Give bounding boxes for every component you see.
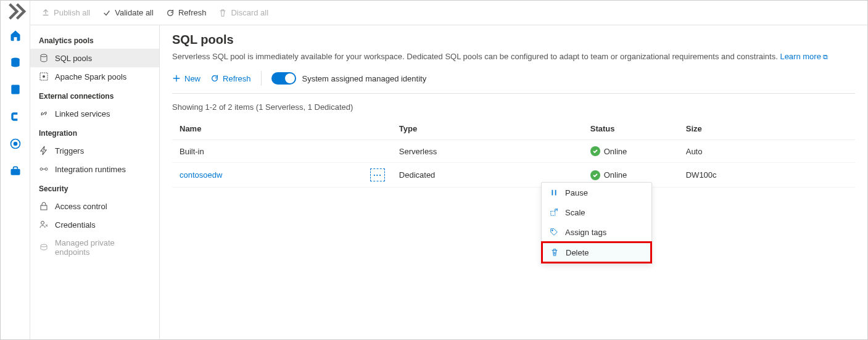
toolbar-refresh-label: Refresh (178, 8, 207, 17)
discard-all-button[interactable]: Discard all (212, 6, 275, 20)
sidebar-group-header: Security (30, 178, 159, 197)
svg-point-7 (43, 75, 45, 78)
pause-icon (549, 188, 559, 197)
svg-point-12 (41, 244, 47, 247)
pool-status: Online (590, 170, 627, 180)
toggle-label: System assigned managed identity (302, 74, 427, 83)
linked-services-icon (39, 109, 49, 118)
pool-type: Serverless (392, 140, 583, 163)
sidebar: Analytics poolsSQL poolsApache Spark poo… (30, 25, 160, 339)
svg-point-3 (13, 142, 17, 146)
sql-pool-icon (39, 53, 49, 63)
status-ok-icon (590, 146, 600, 156)
content-area: SQL pools Serverless SQL pool is immedia… (160, 25, 867, 339)
spark-pool-icon (39, 72, 49, 81)
item-count-text: Showing 1-2 of 2 items (1 Serverless, 1 … (172, 102, 855, 112)
learn-more-link[interactable]: Learn more (780, 52, 828, 61)
svg-rect-4 (10, 169, 20, 175)
sidebar-item-triggers[interactable]: Triggers (30, 141, 159, 160)
context-menu-scale[interactable]: Scale (542, 202, 651, 222)
sidebar-item-label: Apache Spark pools (55, 72, 126, 81)
row-more-button[interactable]: ··· (371, 169, 384, 181)
new-button[interactable]: New (172, 74, 200, 83)
page-title: SQL pools (172, 33, 855, 47)
col-name: Name (172, 118, 363, 140)
svg-point-14 (552, 230, 553, 231)
page-actions: New Refresh System assigned managed iden… (172, 71, 855, 94)
sidebar-group-header: External connections (30, 86, 159, 104)
sidebar-item-managed-private-endpoints: Managed private endpoints (30, 234, 159, 261)
page-description: Serverless SQL pool is immediately avail… (172, 52, 855, 61)
table-row: Built-inServerlessOnlineAuto (172, 140, 855, 163)
rail-integrate-icon[interactable] (4, 106, 27, 128)
icon-rail (1, 1, 30, 339)
context-menu-label: Scale (565, 208, 585, 217)
context-menu-label: Delete (566, 248, 589, 257)
pool-size: DW100c (679, 163, 855, 188)
svg-point-8 (40, 168, 43, 170)
expand-rail-button[interactable] (1, 4, 30, 22)
table-row: contosoedw···DedicatedOnlineDW100c (172, 163, 855, 188)
sidebar-item-apache-spark-pools[interactable]: Apache Spark pools (30, 67, 159, 86)
toolbar-refresh-button[interactable]: Refresh (160, 6, 213, 20)
pool-name: Built-in (180, 147, 204, 156)
validate-all-label: Validate all (115, 8, 154, 17)
sidebar-item-label: Access control (55, 202, 107, 211)
svg-point-9 (45, 168, 48, 170)
svg-rect-1 (11, 85, 19, 94)
sidebar-item-label: SQL pools (55, 54, 92, 63)
col-status: Status (583, 118, 679, 140)
tag-icon (549, 227, 559, 237)
rail-manage-icon[interactable] (4, 160, 27, 182)
identity-toggle[interactable]: System assigned managed identity (271, 72, 427, 85)
private-endpoints-icon (39, 243, 49, 252)
sidebar-item-label: Linked services (55, 109, 110, 118)
context-menu-label: Pause (565, 188, 588, 197)
sidebar-group-header: Analytics pools (30, 30, 159, 49)
sidebar-item-sql-pools[interactable]: SQL pools (30, 49, 159, 67)
sidebar-item-credentials[interactable]: Credentials (30, 215, 159, 234)
trigger-icon (39, 146, 49, 155)
rail-data-icon[interactable] (4, 51, 27, 73)
discard-all-label: Discard all (231, 8, 268, 17)
validate-all-button[interactable]: Validate all (96, 6, 160, 20)
rail-home-icon[interactable] (4, 24, 27, 46)
scale-icon (549, 207, 559, 217)
pool-size: Auto (679, 140, 855, 163)
content-refresh-button[interactable]: Refresh (210, 74, 251, 83)
top-toolbar: Publish all Validate all Refresh Discard… (30, 1, 867, 25)
context-menu-delete[interactable]: Delete (542, 242, 651, 263)
pools-table: Name Type Status Size Built-inServerless… (172, 118, 855, 188)
context-menu-pause[interactable]: Pause (542, 183, 651, 202)
delete-icon (550, 247, 560, 257)
pool-name[interactable]: contosoedw (180, 170, 222, 180)
sidebar-item-label: Credentials (55, 220, 96, 230)
status-ok-icon (590, 170, 600, 180)
svg-point-11 (41, 222, 44, 225)
sidebar-item-label: Triggers (55, 146, 84, 155)
context-menu-assign-tags[interactable]: Assign tags (542, 222, 651, 242)
toggle-switch-icon[interactable] (271, 72, 296, 85)
publish-all-label: Publish all (54, 8, 90, 17)
svg-rect-10 (41, 205, 47, 210)
col-size: Size (679, 118, 855, 140)
sidebar-item-label: Managed private endpoints (55, 238, 151, 257)
content-refresh-label: Refresh (223, 74, 251, 83)
sidebar-item-linked-services[interactable]: Linked services (30, 104, 159, 123)
runtime-icon (39, 164, 49, 174)
col-type: Type (392, 118, 583, 140)
pool-status: Online (590, 146, 627, 156)
sidebar-item-access-control[interactable]: Access control (30, 197, 159, 215)
publish-all-button[interactable]: Publish all (35, 6, 96, 20)
svg-rect-13 (551, 211, 555, 215)
sidebar-item-label: Integration runtimes (55, 165, 126, 174)
context-menu-label: Assign tags (565, 228, 606, 237)
row-context-menu: PauseScaleAssign tagsDelete (541, 182, 652, 263)
new-label: New (184, 74, 200, 83)
svg-point-5 (41, 54, 47, 57)
rail-monitor-icon[interactable] (4, 133, 27, 155)
sidebar-item-integration-runtimes[interactable]: Integration runtimes (30, 160, 159, 178)
rail-develop-icon[interactable] (4, 78, 27, 101)
credentials-icon (39, 220, 49, 230)
sidebar-group-header: Integration (30, 123, 159, 141)
